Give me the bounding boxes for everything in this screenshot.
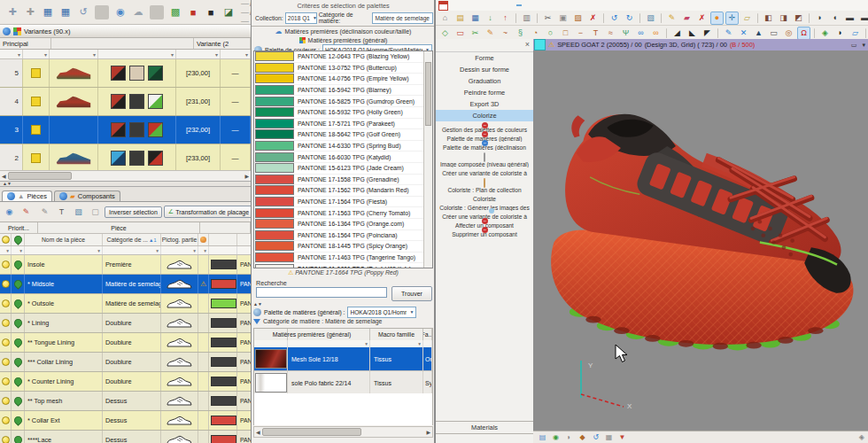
nav-colorize[interactable]: Colorize [436,110,533,121]
pantone-item[interactable]: PANTONE 12-0643 TPG (Blazing Yellow) [254,51,424,63]
pantone-item[interactable]: PANTONE 16-6030 TPG (Katydid) [254,152,424,163]
status-right-icon[interactable]: ◈ [859,433,864,441]
rectangle-icon[interactable]: □ [559,27,572,40]
save-icon[interactable]: ▦ [40,4,56,20]
transformation-placage-button[interactable]: ∠ Transformation de placage [164,206,253,218]
grid-icon[interactable]: ▦ [603,431,615,443]
variant-row[interactable]: 3 [232,00] — [0,116,251,144]
target-icon[interactable]: ◎ [782,27,795,40]
render-canvas[interactable]: Y X [533,51,868,431]
pantone-item[interactable]: PANTONE 11-0601 TPG (Bright White) * [254,263,424,268]
piece-color-swatch[interactable] [211,279,236,289]
camera-top-icon[interactable]: ◩ [792,12,805,25]
magnet-icon[interactable]: Ω [797,27,810,40]
bulb-icon[interactable] [2,338,10,346]
restore-icon[interactable]: ▭ [851,42,857,49]
import-icon[interactable]: ↓ [484,12,497,25]
scroll-left-icon[interactable]: ◀ [256,429,260,435]
clover-icon[interactable] [12,337,24,348]
filter-dropdown[interactable]: ▾ [103,246,161,254]
piece-color-swatch[interactable] [211,338,236,347]
bulb-icon[interactable] [2,260,10,268]
tool-palette-matieres-declinaison[interactable]: Palette de matières (déclinaison [436,144,533,151]
bulb-icon[interactable] [2,397,10,405]
clover-icon[interactable] [12,317,24,329]
sep[interactable] [717,28,718,38]
variant-row[interactable]: 4 [231,00] — [0,88,251,116]
inverser-selection-button[interactable]: Inverser sélection [105,206,162,218]
diag-square-icon[interactable]: ◪ [221,4,236,20]
filter-dropdown[interactable]: ▾ [98,50,176,58]
bulb-icon[interactable] [2,280,10,288]
wave-icon[interactable]: ≈ [604,27,617,40]
trouver-button[interactable]: Trouver [391,286,432,301]
viewport-title-bar[interactable]: ⚠ SPEED GOAT 2 (20055) / 00 (Design 3D, … [533,39,868,51]
* Collar Ext[interactable]: * Collar Ext Dessus ⚠ PANTONE [0,411,251,431]
piece-color-swatch[interactable] [211,416,236,425]
image-icon[interactable]: ▧ [72,206,85,219]
tab-pieces[interactable]: ▲ Pièces [2,190,52,201]
filter-dropdown[interactable]: ▾ [50,50,98,58]
bulb-icon[interactable] [2,436,10,443]
nav-graduation[interactable]: Graduation [436,75,533,87]
tool-supprimer-composant[interactable]: Supprimer un composant [436,231,533,237]
minimize-icon[interactable]: ▾ [862,42,865,49]
link-icon[interactable]: ∞ [634,27,647,40]
copy-icon[interactable]: ▣ [556,12,570,25]
piece-color-swatch[interactable] [211,435,236,443]
variant-swatch-3[interactable] [148,94,163,109]
sep[interactable] [661,13,662,23]
variant-swatch-1[interactable] [111,94,126,109]
pantone-item[interactable]: PANTONE 17-1463 TPG (Tangerine Tango) [254,253,424,264]
redo-icon[interactable]: ↻ [623,12,636,25]
** Tongue Lining[interactable]: ** Tongue Lining Doublure ⚠ PANTONE [0,333,251,353]
pantone-item[interactable]: PANTONE 18-1445 TPG (Spicy Orange) [254,241,424,253]
nav-dessin-sur-forme[interactable]: Dessin sur forme [436,64,533,75]
erase-blue-icon[interactable]: ✕ [737,27,750,40]
pantone-item[interactable]: PANTONE 17-1562 TPG (Mandarin Red) [254,185,424,197]
sole-view-1-icon[interactable]: ◗ [813,12,826,25]
zone-icon[interactable]: ▭ [767,27,780,40]
sep[interactable] [150,5,164,19]
filter-dropdown[interactable]: ▾ [0,50,23,58]
tool-coloriste[interactable]: Coloriste [436,196,533,202]
bulb-icon[interactable] [2,319,10,327]
clover-icon[interactable] [12,298,24,309]
* Outsole[interactable]: * Outsole Matière de semelage ⚠ PANTONE [0,294,251,314]
globe-icon[interactable]: ◉ [112,4,128,20]
sep[interactable] [537,13,538,23]
add-icon[interactable]: ✚ [4,4,20,20]
bulb-icon[interactable] [2,299,10,307]
variant-row[interactable]: 2 [233,00] — [0,144,251,170]
export-icon[interactable]: ↑ [499,12,512,25]
variant-row[interactable]: 5 [230,00] — [0,59,251,88]
filter-dropdown[interactable]: ▾ [23,50,50,58]
materials-hscrollbar[interactable]: ◀ ▶ [253,426,433,438]
sole-view-3-icon[interactable]: ▬ [843,12,856,25]
cut-piece-icon[interactable]: ✂ [469,27,482,40]
nav-forme[interactable]: Forme [436,52,533,64]
piece-color-swatch[interactable] [211,357,236,367]
paste-icon[interactable]: ▨ [571,12,585,25]
col-principal[interactable]: Principal [0,38,51,49]
tab-composants[interactable]: ▰ Composants [54,190,120,201]
edit-icon[interactable]: ✎ [38,206,51,219]
pantone-item[interactable]: PANTONE 17-5721 TPG (Parakeet) [254,119,424,130]
sole Polo fabric 22/14[interactable]: sole Polo fabric 22/14 Tissus Synt... [254,371,432,395]
col-priorite[interactable]: Priorit... [0,222,38,233]
pen-icon[interactable]: ✎ [484,27,497,40]
deselect-icon[interactable]: ▭ [453,27,467,40]
filter-dropdown[interactable]: ▾ [221,50,251,58]
clover-icon[interactable] [12,415,24,426]
save-as-icon[interactable]: ▦ [58,4,74,20]
nav-peindre-forme[interactable]: Peindre forme [436,87,533,98]
filter-dropdown[interactable]: ▾ [161,246,198,254]
col-variante[interactable]: Variante (2 [194,38,251,49]
filter-dropdown[interactable]: ▾ [288,340,370,347]
clover-icon[interactable] [12,234,24,245]
variant-swatch-3[interactable] [148,151,163,166]
pantone-item[interactable]: PANTONE 16-5942 TPG (Blarney) [254,85,424,97]
tool-coloriste-plan-collection[interactable]: Coloriste : Plan de collection [436,179,533,193]
print-icon[interactable]: ▥ [520,12,533,25]
collection-select[interactable]: 2018 Q1▼ [285,12,317,24]
